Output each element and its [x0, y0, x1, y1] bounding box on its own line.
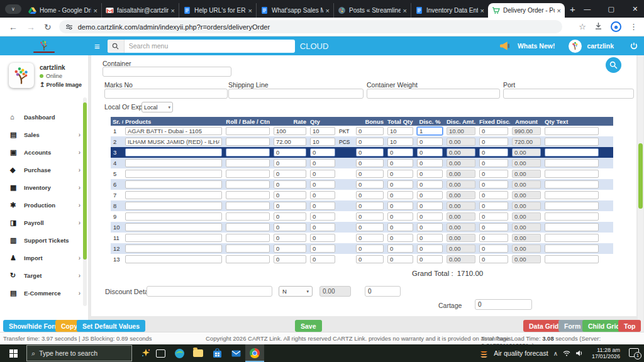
minimize-button[interactable]: —	[575, 0, 599, 18]
chrome-app-button[interactable]	[245, 344, 264, 362]
cell-rate-input[interactable]	[274, 234, 306, 242]
user-avatar[interactable]	[569, 40, 582, 53]
cell-bonus-input[interactable]	[356, 180, 384, 189]
cell-disc_amt-input[interactable]	[447, 223, 475, 231]
discount-extra-input[interactable]	[365, 286, 401, 297]
cell-disc_pct-input[interactable]	[417, 244, 443, 253]
local-or-export-select[interactable]: Local ▾	[142, 102, 173, 112]
app-search-input[interactable]	[125, 42, 295, 50]
cell-roll-input[interactable]	[226, 255, 270, 263]
table-row[interactable]: 12	[111, 243, 613, 254]
cell-product-input[interactable]	[125, 202, 222, 210]
cell-qty-input[interactable]	[310, 212, 335, 221]
cell-total_qty-input[interactable]	[387, 234, 413, 242]
cell-rate-input[interactable]	[274, 159, 306, 167]
cell-disc_pct-input[interactable]	[417, 255, 443, 263]
save-button[interactable]: Save	[295, 320, 322, 332]
sidebar-item-inventory[interactable]: ▦Inventory›	[0, 178, 88, 196]
browser-menu-icon[interactable]: ⋮	[630, 22, 638, 31]
forward-icon[interactable]: →	[26, 22, 35, 32]
cell-bonus-input[interactable]	[356, 244, 384, 253]
cell-product-input[interactable]	[125, 244, 222, 253]
cell-product-input[interactable]	[125, 159, 222, 167]
notification-center-button[interactable]: 1	[629, 348, 640, 358]
cell-qty_text-input[interactable]	[545, 180, 599, 189]
whats-new-link[interactable]: Whats New!	[518, 42, 555, 50]
cell-product-input[interactable]	[125, 180, 222, 189]
tab-close-icon[interactable]: ×	[403, 7, 407, 14]
cell-amount-input[interactable]	[512, 212, 541, 221]
cell-bonus-input[interactable]	[356, 159, 384, 167]
cell-amount-input[interactable]	[512, 244, 541, 253]
cell-disc_amt-input[interactable]	[447, 159, 475, 167]
cell-roll-input[interactable]	[226, 170, 270, 178]
cell-roll-input[interactable]	[226, 212, 270, 221]
cell-qty_text-input[interactable]	[545, 244, 599, 253]
cell-qty-input[interactable]	[310, 138, 335, 146]
cell-fixed_disc-input[interactable]	[479, 202, 508, 210]
table-row[interactable]: 9	[111, 211, 613, 222]
cell-disc_pct-input[interactable]	[417, 148, 443, 156]
cell-qty-input[interactable]	[310, 127, 335, 135]
cell-qty-input[interactable]	[310, 255, 335, 263]
cell-product-input[interactable]	[125, 170, 222, 178]
cell-disc_amt-input[interactable]	[447, 202, 475, 210]
cell-roll-input[interactable]	[226, 127, 270, 135]
cell-qty_text-input[interactable]	[545, 212, 599, 221]
cell-bonus-input[interactable]	[356, 202, 384, 210]
cell-qty_text-input[interactable]	[545, 148, 599, 156]
cell-bonus-input[interactable]	[356, 223, 384, 231]
sidebar-item-e-commerce[interactable]: ▤E-Commerce›	[0, 284, 88, 302]
cell-fixed_disc-input[interactable]	[479, 212, 508, 221]
file-explorer-button[interactable]	[189, 344, 208, 362]
cell-rate-input[interactable]	[274, 223, 306, 231]
cell-roll-input[interactable]	[226, 138, 270, 146]
edge-app-button[interactable]	[170, 344, 189, 362]
cell-bonus-input[interactable]	[356, 234, 384, 242]
profile-avatar-icon[interactable]: ☻	[611, 21, 621, 32]
cell-total_qty-input[interactable]	[387, 212, 413, 221]
cell-roll-input[interactable]	[226, 159, 270, 167]
cell-amount-input[interactable]	[512, 202, 541, 210]
sidebar-item-production[interactable]: ✱Production›	[0, 196, 88, 214]
cell-rate-input[interactable]	[274, 212, 306, 221]
cell-disc_pct-input[interactable]	[417, 159, 443, 167]
start-button[interactable]	[0, 344, 26, 362]
cell-qty_text-input[interactable]	[545, 234, 599, 242]
sidebar-item-target[interactable]: ↻Target›	[0, 266, 88, 284]
browser-tab[interactable]: What'sapp Sales Mess×	[256, 3, 333, 18]
cell-qty_text-input[interactable]	[545, 127, 599, 135]
cell-qty_text-input[interactable]	[545, 191, 599, 199]
tab-close-icon[interactable]: ×	[326, 7, 330, 14]
reload-icon[interactable]: ↻	[44, 22, 52, 32]
cell-fixed_disc-input[interactable]	[479, 191, 508, 199]
table-row[interactable]: 6	[111, 179, 613, 190]
top-button[interactable]: Top	[618, 320, 641, 332]
cell-product-input[interactable]	[125, 223, 222, 231]
table-row[interactable]: 7	[111, 190, 613, 200]
bookmark-star-icon[interactable]: ☆	[579, 22, 586, 31]
cell-fixed_disc-input[interactable]	[479, 138, 508, 146]
browser-tab[interactable]: faisaltahir@cartzlink.co×	[101, 3, 179, 18]
cell-total_qty-input[interactable]	[387, 138, 413, 146]
cell-qty-input[interactable]	[310, 202, 335, 210]
table-row[interactable]: 2PCS	[111, 136, 613, 147]
site-settings-icon[interactable]	[65, 23, 73, 31]
cell-disc_amt-input[interactable]	[447, 255, 475, 263]
cell-amount-input[interactable]	[512, 138, 541, 146]
cell-total_qty-input[interactable]	[387, 170, 413, 178]
cell-fixed_disc-input[interactable]	[479, 170, 508, 178]
cell-qty-input[interactable]	[310, 170, 335, 178]
cell-amount-input[interactable]	[512, 148, 541, 156]
container-input[interactable]	[103, 67, 231, 77]
cell-disc_pct-input[interactable]	[417, 127, 443, 135]
cell-rate-input[interactable]	[274, 191, 306, 199]
cell-product-input[interactable]	[125, 212, 222, 221]
header-username[interactable]: cartzlink	[587, 42, 614, 50]
cell-qty-input[interactable]	[310, 191, 335, 199]
cell-qty_text-input[interactable]	[545, 159, 599, 167]
download-icon[interactable]	[594, 22, 602, 32]
container-weight-input[interactable]	[367, 89, 500, 99]
table-row[interactable]: 11	[111, 233, 613, 243]
browser-tab[interactable]: Home - Google Drive×	[25, 3, 101, 18]
